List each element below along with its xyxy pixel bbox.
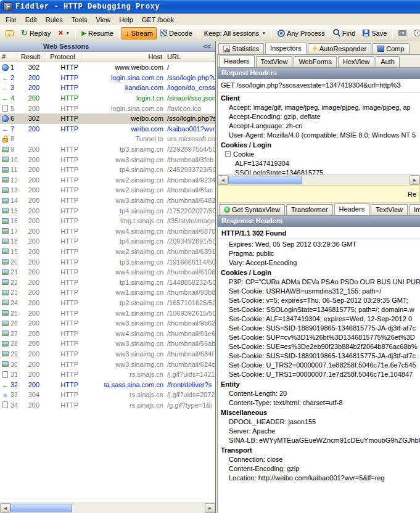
session-row[interactable]: 11200HTTPtp4.sinaimg.cn/2452933723/50 [0,165,215,175]
session-cell-number: 14 [0,197,17,204]
request-tab-textview[interactable]: TextView [256,56,293,67]
response-tab-headers[interactable]: Headers [334,203,370,216]
session-row[interactable]: 14200HTTPww3.sinaimg.cn/thumbnail/6482 [0,195,215,206]
response-tab-textview[interactable]: TextView [371,204,408,215]
session-row[interactable]: 19200HTTPww2.sinaimg.cn/thumbnail/6391 [0,247,215,257]
session-row[interactable]: 27200HTTPww4.sinaimg.cn/thumbnail/61e6 [0,328,215,339]
column-header-num[interactable]: # [0,52,17,62]
sessions-h-scrollbar[interactable]: ◄ ► [0,503,215,513]
session-row[interactable]: 6302HTTPweibo.com/sso/login.php?s [0,113,215,124]
screenshot-button[interactable] [395,28,410,38]
menu-item-tools[interactable]: Tools [67,15,92,25]
replay-button[interactable]: Replay [17,27,54,39]
remove-sessions-button[interactable]: ▼ [54,27,73,39]
image-icon [2,330,9,336]
tab-inspectors[interactable]: Inspectors [265,43,307,55]
session-row[interactable]: 21200HTTPww4.sinaimg.cn/thumbnail/6106 [0,267,215,277]
session-row[interactable]: 18200HTTPtp4.sinaimg.cn/2093492691/50 [0,236,215,247]
tab-autoresponder[interactable]: AutoResponder [308,43,371,54]
session-row[interactable]: 8Tunnel tours.microsoft.co [0,134,215,144]
menu-item-file[interactable]: File [1,15,21,25]
column-header-protocol[interactable]: Protocol [44,52,81,62]
save-label: Save [371,30,387,37]
response-tab-get-syntaxview[interactable]: Get SyntaxView [219,204,285,215]
session-row[interactable]: 28200HTTPww3.sinaimg.cn/thumbnail/56ab [0,339,215,349]
column-header-host[interactable]: Host [81,52,165,62]
session-row[interactable]: 4200HTTPlogin.t.cn/sinaurl/sso.json [0,93,215,104]
scroll-left-button[interactable]: ◄ [0,503,10,513]
header-item: Accept-Encoding: gzip, deflate [218,112,420,121]
session-row[interactable]: 12200HTTPww2.sinaimg.cn/thumbnail/9234 [0,175,215,186]
session-number: 15 [10,207,17,215]
session-row[interactable]: 31200HTTPrs.sinajs.cn/j.gif?uids=1421 [0,369,215,380]
scroll-track[interactable] [302,175,410,185]
scroll-right-button[interactable]: ► [410,175,420,185]
session-cell-number: 8 [0,135,17,142]
comment-button[interactable] [2,28,17,39]
header-item: DPOOL_HEADER: jason155 [218,417,420,426]
session-row[interactable]: 32200HTTPta.sass.sina.com.cn/front/deliv… [0,379,215,390]
session-row[interactable]: 7200HTTPweibo.com/kaibao001?wvr= [0,124,215,134]
menu-item-edit[interactable]: Edit [21,15,41,25]
request-tab-headers[interactable]: Headers [219,55,255,68]
session-row[interactable]: 1302HTTPwww.weibo.com/ [0,62,215,73]
session-row[interactable]: 30200HTTPww3.sinaimg.cn/thumbnail/624c [0,359,215,369]
session-row[interactable]: 29200HTTPww3.sinaimg.cn/thumbnail/684f [0,349,215,359]
decode-button[interactable]: Decode [157,27,196,39]
session-row[interactable]: 25200HTTPww1.sinaimg.cn/1069392615/50 [0,308,215,318]
collapse-panel-button[interactable]: << [203,43,215,50]
session-row[interactable]: 15200HTTPtp4.sinaimg.cn/1752202027/50 [0,205,215,216]
scroll-track[interactable] [72,503,205,513]
session-row[interactable]: 5200HTTPlogin.sina.com.cn/favicon.ico [0,103,215,113]
menu-item-help[interactable]: Help [115,15,138,25]
tab-statistics[interactable]: Statistics [218,43,264,54]
session-row[interactable]: 22200HTTPtp1.sinaimg.cn/1448858232/50 [0,277,215,287]
response-tab-transformer[interactable]: Transformer [286,204,333,215]
scroll-left-button[interactable]: ◄ [218,175,228,185]
keep-sessions-button[interactable]: Keep: All sessions▼ [200,27,270,39]
request-tab-webforms[interactable]: WebForms [294,56,337,67]
session-row[interactable]: 2200HTTPlogin.sina.com.cn/sso/login.php?… [0,73,215,83]
session-row[interactable]: 10200HTTPww3.sinaimg.cn/thumbnail/3feb [0,154,215,165]
session-cell-host: rs.sinajs.cn [81,371,165,378]
resume-button[interactable]: Resume [78,27,117,39]
session-cell-protocol: HTTP [44,156,81,163]
request-tab-hexview[interactable]: HexView [338,56,374,67]
menu-item-get-book[interactable]: GET /book [138,15,178,25]
column-header-result[interactable]: Result [17,52,44,62]
session-row[interactable]: 23200HTTPww1.sinaimg.cn/thumbnail/93b8 [0,287,215,298]
session-row[interactable]: 13200HTTPww2.sinaimg.cn/thumbnail/8fac [0,185,215,195]
session-cell-number: 28 [0,340,17,347]
session-row[interactable]: 24200HTTPtp2.sinaimg.cn/1657101625/50 [0,298,215,308]
request-tab-auth[interactable]: Auth [376,56,400,67]
scroll-right-button[interactable]: ► [205,503,215,513]
timer-button[interactable] [410,27,420,39]
encoding-banner[interactable]: Re [218,185,420,203]
session-cell-number: 3 [0,84,17,92]
menu-item-view[interactable]: View [92,15,115,25]
session-row[interactable]: 17200HTTPww4.sinaimg.cn/thumbnail/6870 [0,226,215,237]
column-header-url[interactable]: URL [165,52,215,62]
header-item: Set-Cookie: SUE=es%3De2eb90f23b884b2f206… [218,342,420,351]
session-row[interactable]: 20200HTTPtp3.sinaimg.cn/1916666114/50 [0,256,215,267]
save-button[interactable]: Save [359,27,390,39]
session-row[interactable]: 34200HTTPrs.sinajs.cn/g.gif?type=1&i [0,400,215,411]
session-row[interactable]: 33304HTTPrs.sinajs.cn/j.gif?uids=2072 [0,390,215,400]
scroll-thumb[interactable] [10,504,72,512]
find-button[interactable]: Find [329,27,359,39]
request-h-scrollbar[interactable]: ◄ ► [218,174,420,185]
session-cell-host: tp4.sinaimg.cn [81,166,165,173]
session-cell-url: /t35/style/image [165,217,215,224]
session-row[interactable]: 3200HTTPkandian.com/logon/do_cross [0,83,215,93]
menu-item-rules[interactable]: Rules [41,15,67,25]
any-process-button[interactable]: Any Process [274,27,329,39]
tab-comp[interactable]: Comp [373,43,409,54]
title-bar[interactable]: Fiddler - HTTP Debugging Proxy [0,0,420,14]
collapse-box-icon[interactable]: − [225,151,231,157]
session-row[interactable]: 9200HTTPtp3.sinaimg.cn/2392897554/50 [0,144,215,155]
session-row[interactable]: 26200HTTPww3.sinaimg.cn/thumbnail/9b62 [0,318,215,329]
stream-button[interactable]: Stream [121,27,157,39]
session-row[interactable]: 16200HTTPimg.t.sinajs.cn/t35/style/image [0,216,215,226]
response-tab-im[interactable]: Im [409,204,420,215]
scroll-thumb[interactable] [228,176,302,184]
